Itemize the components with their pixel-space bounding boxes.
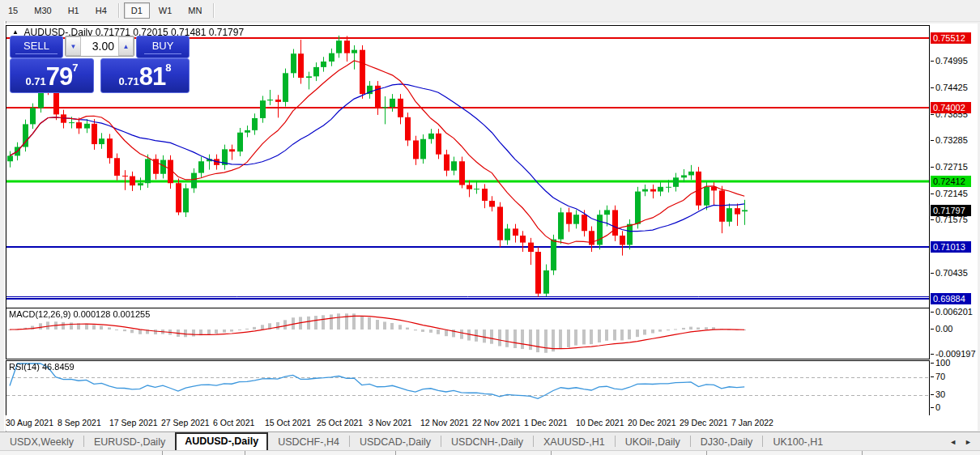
rsi-label: RSI(14) 46.8459 xyxy=(9,362,75,372)
chart-tab-bar: USDX,WeeklyEURUSD-,DailyAUDUSD-,DailyUSD… xyxy=(0,432,980,451)
volume-input[interactable] xyxy=(81,36,118,56)
date-axis-label: 10 Dec 2021 xyxy=(576,418,624,427)
sell-button-label: SELL xyxy=(15,40,58,54)
date-axis-label: 20 Dec 2021 xyxy=(628,418,676,427)
price-axis-tick: 0.70435 xyxy=(935,268,968,278)
terminal-panel-edge xyxy=(0,450,980,455)
timeframe-button-m30[interactable]: M30 xyxy=(27,2,58,19)
price-level-badge: 0.69884 xyxy=(931,293,971,304)
buy-price-big-digits: 81 xyxy=(139,62,165,91)
buy-button-label: BUY xyxy=(144,40,182,54)
macd-axis-tick: 0.006201 xyxy=(935,307,973,317)
price-axis-tick: 0.72715 xyxy=(935,162,968,172)
sell-price-big-digits: 79 xyxy=(46,62,72,91)
tab-scroll-left-icon[interactable]: ◄ xyxy=(949,438,957,446)
sell-price-prefix: 0.71 xyxy=(25,75,45,87)
timeframe-button-h1[interactable]: H1 xyxy=(61,2,87,19)
price-level-badge: 0.75512 xyxy=(931,32,971,44)
sell-price-display[interactable]: 0.71 79 7 xyxy=(10,58,94,93)
rsi-indicator-pane[interactable] xyxy=(6,360,930,417)
terminal-column-divider xyxy=(706,451,707,455)
chart-window[interactable]: ▲ AUDUSD-,Daily 0.71771 0.72015 0.71481 … xyxy=(6,23,978,431)
sell-button[interactable]: SELL xyxy=(10,36,63,58)
tab-scroll-right-icon[interactable]: ► xyxy=(965,438,972,446)
buy-button[interactable]: BUY xyxy=(136,36,190,58)
price-level-badge: 0.71013 xyxy=(931,241,971,253)
timeframe-toolbar: 15M30H1H4D1W1MN xyxy=(0,0,980,22)
timeframe-button-d1[interactable]: D1 xyxy=(124,2,150,19)
macd-axis-tick: 0.00 xyxy=(935,324,952,334)
volume-increase-button[interactable]: ▲ xyxy=(118,36,134,56)
volume-spinner: ▼ ▲ xyxy=(65,36,134,57)
rsi-axis-tick: 30 xyxy=(935,389,945,399)
toolbar-separator xyxy=(118,3,120,18)
price-axis[interactable]: 0.749950.744250.738550.732850.727150.721… xyxy=(931,23,978,431)
one-click-trading-panel: SELL ▼ ▲ BUY 0.71 79 7 0.71 xyxy=(10,36,190,93)
price-axis-tick: 0.71575 xyxy=(935,215,968,224)
date-axis-label: 29 Dec 2021 xyxy=(680,418,728,427)
date-axis-label: 7 Jan 2022 xyxy=(731,418,773,427)
price-axis-tick: 0.74425 xyxy=(935,83,968,92)
price-axis-tick: 0.72145 xyxy=(935,189,968,198)
buy-price-pip-digit: 8 xyxy=(165,62,171,74)
timeframe-button-mn[interactable]: MN xyxy=(181,2,209,19)
chart-tab-usdcad-daily[interactable]: USDCAD-,Daily xyxy=(350,434,441,451)
mt4-terminal: 15M30H1H4D1W1MN ▲ AUDUSD-,Daily 0.71771 … xyxy=(0,0,980,455)
date-axis-label: 1 Dec 2021 xyxy=(524,418,568,427)
chart-tab-usdchf-h4[interactable]: USDCHF-,H4 xyxy=(268,434,349,451)
chart-tab-audusd-daily[interactable]: AUDUSD-,Daily xyxy=(175,432,268,451)
date-axis[interactable]: 30 Aug 20218 Sep 202117 Sep 202127 Sep 2… xyxy=(6,415,930,431)
macd-label: MACD(12,26,9) 0.000128 0.001255 xyxy=(9,309,150,319)
date-axis-label: 25 Oct 2021 xyxy=(317,418,363,427)
terminal-column-divider xyxy=(862,451,863,455)
timeframe-button-15[interactable]: 15 xyxy=(1,2,25,19)
date-axis-label: 17 Sep 2021 xyxy=(109,418,158,427)
chart-tab-eurusd-daily[interactable]: EURUSD-,Daily xyxy=(84,434,175,451)
date-axis-label: 30 Aug 2021 xyxy=(6,418,53,427)
current-price-badge: 0.71797 xyxy=(931,205,971,216)
tab-scroll-buttons: ◄► xyxy=(949,432,980,451)
date-axis-label: 15 Oct 2021 xyxy=(265,418,311,427)
price-axis-tick: 0.74995 xyxy=(935,56,968,66)
chart-tab-uk100-h1[interactable]: UK100-,H1 xyxy=(763,434,833,451)
timeframe-button-w1[interactable]: W1 xyxy=(151,2,180,19)
buy-price-prefix: 0.71 xyxy=(118,75,138,87)
price-level-badge: 0.72412 xyxy=(931,176,971,187)
chart-tab-ukoil-daily[interactable]: UKOil-,Daily xyxy=(616,434,690,451)
rsi-axis-tick: 70 xyxy=(935,372,945,381)
terminal-column-divider xyxy=(395,451,396,455)
rsi-axis-tick: 100 xyxy=(935,358,950,368)
date-axis-label: 6 Oct 2021 xyxy=(213,418,254,427)
date-axis-label: 27 Sep 2021 xyxy=(161,418,210,427)
terminal-column-divider xyxy=(162,451,163,455)
terminal-column-divider xyxy=(551,451,552,455)
price-axis-tick: 0.73285 xyxy=(935,135,968,145)
sell-price-pip-digit: 7 xyxy=(72,62,78,74)
chart-tab-usdx-weekly[interactable]: USDX,Weekly xyxy=(0,434,83,451)
chart-collapse-icon[interactable]: ▲ xyxy=(12,28,19,36)
buy-price-display[interactable]: 0.71 81 8 xyxy=(100,58,190,93)
date-axis-label: 12 Nov 2021 xyxy=(420,418,469,427)
chart-tab-usdcnh-daily[interactable]: USDCNH-,Daily xyxy=(441,434,533,451)
rsi-axis-tick: 0 xyxy=(935,402,940,412)
volume-decrease-button[interactable]: ▼ xyxy=(66,36,81,56)
terminal-column-divider xyxy=(245,451,245,455)
chart-tab-dj30-daily[interactable]: DJ30-,Daily xyxy=(691,434,763,451)
toolbar-separator xyxy=(213,3,215,18)
chart-tab-xauusd-h1[interactable]: XAUUSD-,H1 xyxy=(534,434,615,451)
date-axis-label: 22 Nov 2021 xyxy=(472,418,521,427)
price-level-badge: 0.74002 xyxy=(931,102,971,113)
timeframe-button-h4[interactable]: H4 xyxy=(88,2,114,19)
date-axis-label: 8 Sep 2021 xyxy=(58,418,101,427)
date-axis-label: 3 Nov 2021 xyxy=(369,418,412,427)
